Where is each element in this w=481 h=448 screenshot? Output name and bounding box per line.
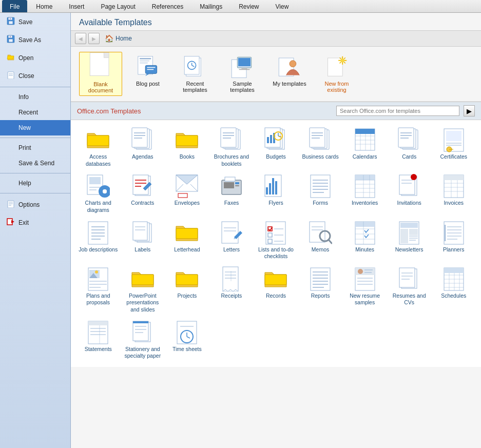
svg-rect-206 [223,267,238,291]
category-label-charts: Charts and diagrams [78,200,119,213]
category-label-plans: Plans and proposals [78,293,119,306]
category-faxes[interactable]: Faxes [210,171,253,216]
sidebar-item-save-send[interactable]: Save & Send [0,155,70,171]
category-access-databases[interactable]: Access databases [77,125,120,169]
category-icon [263,220,288,245]
category-planners[interactable]: Planners [432,218,475,262]
nav-back-button[interactable]: ◀ [75,33,86,44]
svg-rect-56 [221,128,236,147]
category-projects[interactable]: Projects [166,264,208,316]
category-plans[interactable]: Plans and proposals [77,264,120,316]
template-recent[interactable]: Recent templates [174,52,217,96]
sidebar-item-recent[interactable]: Recent [0,105,70,120]
svg-rect-22 [140,61,149,62]
category-schedules[interactable]: Schedules [432,264,475,316]
category-budgets[interactable]: Budgets [255,125,297,169]
category-label-lists: Lists and to-do checklists [256,246,296,260]
category-cards[interactable]: Cards [388,125,431,169]
sidebar-print-label: Print [18,144,31,151]
sidebar-item-info[interactable]: Info [0,89,70,105]
sidebar-item-exit[interactable]: Exit [0,213,70,231]
category-certificates[interactable]: Certificates [432,125,475,169]
category-envelopes[interactable]: Envelopes [166,171,208,216]
sidebar-item-save[interactable]: Save [0,13,70,31]
category-label-job-descriptions: Job descriptions [78,246,119,254]
category-icon [219,266,244,291]
category-business-cards[interactable]: Business cards [299,125,342,169]
sidebar-item-new[interactable]: New [0,120,70,135]
category-records[interactable]: Records [255,264,297,316]
category-label-agendas: Agendas [123,153,163,161]
tab-references[interactable]: References [144,1,191,12]
category-labels[interactable]: Labels [122,218,164,262]
category-powerpoint[interactable]: PowerPoint presentations and slides [122,264,164,316]
sidebar-item-options[interactable]: Options [0,196,70,213]
tab-page-layout[interactable]: Page Layout [93,1,143,12]
category-contracts[interactable]: Contracts [122,171,164,216]
tab-mailings[interactable]: Mailings [192,1,230,12]
template-my-templates[interactable]: My templates [268,52,311,96]
svg-point-140 [411,174,417,180]
template-new-from-existing[interactable]: New from existing [315,52,358,96]
sidebar-item-open[interactable]: Open [0,49,70,67]
category-memos[interactable]: Memos [299,218,342,262]
category-invitations[interactable]: Invitations [388,171,431,216]
search-templates-input[interactable] [336,106,459,116]
category-stationery[interactable]: Stationery and specialty paper [122,318,164,362]
category-statements[interactable]: Statements [77,318,120,362]
category-reports[interactable]: Reports [299,264,342,316]
category-letters[interactable]: Letters [210,218,253,262]
tab-view[interactable]: View [268,1,297,12]
template-sample[interactable]: Sample templates [221,52,264,96]
category-label-cards: Cards [389,153,430,161]
category-invoices[interactable]: Invoices [432,171,475,216]
tab-file[interactable]: File [2,0,27,12]
blank-doc-icon [88,54,113,79]
category-time-sheets[interactable]: Time sheets [166,318,208,362]
category-brochures[interactable]: Brochures and booklets [210,125,253,169]
template-blog-post[interactable]: Blog post [126,52,169,96]
tab-insert[interactable]: Insert [61,1,92,12]
category-letterhead[interactable]: Letterhead [166,218,208,262]
category-forms[interactable]: Forms [299,171,342,216]
nav-forward-button[interactable]: ▶ [88,33,100,44]
category-new-resume[interactable]: New resume samples [343,264,386,316]
nav-home-label: Home [116,35,132,42]
tab-home[interactable]: Home [28,1,60,12]
category-label-invitations: Invitations [389,200,430,207]
home-icon: 🏠 [105,34,113,43]
category-receipts[interactable]: Receipts [210,264,253,316]
nav-home-button[interactable]: 🏠 Home [102,33,135,44]
category-icon [175,320,199,344]
sidebar-item-saveas[interactable]: Save As [0,31,70,49]
category-lists[interactable]: Lists and to-do checklists [255,218,297,262]
category-icon [308,266,333,291]
category-flyers[interactable]: Flyers [255,171,297,216]
sidebar-item-help[interactable]: Help [0,176,70,191]
svg-rect-234 [444,268,464,273]
main-layout: Save Save As Open Close Info Rec [0,13,481,448]
category-resumes[interactable]: Resumes and CVs [388,264,431,316]
svg-rect-46 [87,135,109,146]
category-icon [353,220,377,245]
category-label-invoices: Invoices [433,200,474,207]
template-blank-document[interactable]: Blank document [79,52,122,96]
category-job-descriptions[interactable]: Job descriptions [77,218,120,262]
category-icon [175,127,199,152]
category-books[interactable]: Books [166,125,208,169]
category-calendars[interactable]: Calendars [343,125,386,169]
close-icon [6,71,15,81]
category-icon [86,320,110,344]
category-inventories[interactable]: Inventories [343,171,386,216]
svg-rect-64 [270,135,272,143]
sidebar-item-print[interactable]: Print [0,140,70,155]
sidebar-item-close[interactable]: Close [0,67,70,85]
category-charts[interactable]: Charts and diagrams [77,171,120,216]
category-agendas[interactable]: Agendas [122,125,164,169]
category-minutes[interactable]: Minutes [343,218,386,262]
page-title: Available Templates [71,13,481,31]
category-newsletters[interactable]: Newsletters [388,218,431,262]
category-icon [175,173,199,198]
tab-review[interactable]: Review [231,1,266,12]
search-button[interactable]: ▶ [464,105,475,116]
